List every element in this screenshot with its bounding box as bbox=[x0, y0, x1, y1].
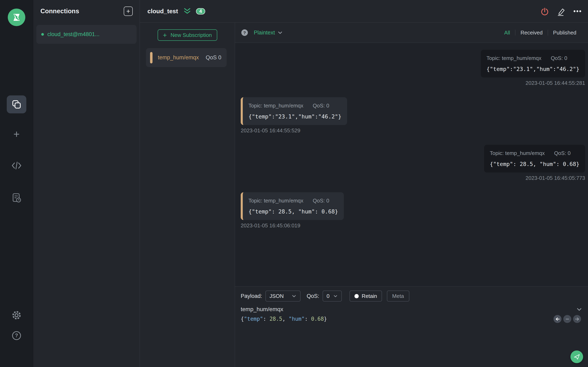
chevron-down-icon bbox=[333, 294, 338, 298]
message-payload: {"temp": 28.5, "hum": 0.68} bbox=[490, 161, 579, 167]
message-count-badge: 4 bbox=[196, 8, 205, 15]
qos-value: 0 bbox=[327, 293, 329, 299]
publish-toolbar: Payload: JSON QoS: 0 bbox=[241, 286, 582, 301]
message-format-dropdown[interactable]: Plaintext bbox=[254, 30, 283, 36]
more-ellipsis-icon bbox=[573, 6, 582, 16]
more-options-button[interactable] bbox=[573, 6, 582, 16]
collapse-panel-button[interactable] bbox=[183, 8, 191, 15]
message-topic: Topic: temp_hum/emqx bbox=[490, 150, 545, 156]
history-prev-button[interactable] bbox=[553, 315, 562, 323]
retain-toggle[interactable]: Retain bbox=[350, 291, 382, 301]
send-button[interactable] bbox=[571, 350, 583, 363]
subscription-qos: QoS 0 bbox=[206, 54, 221, 61]
message-topic: Topic: temp_hum/emqx bbox=[249, 103, 303, 109]
payload-editor[interactable]: {"temp": 28.5, "hum": 0.68} bbox=[241, 316, 582, 322]
subscription-color-bar bbox=[150, 52, 153, 63]
filter-all[interactable]: All bbox=[499, 30, 515, 36]
disconnect-button[interactable] bbox=[540, 6, 550, 16]
new-subscription-button[interactable]: + New Subscription bbox=[158, 29, 217, 41]
payload-format-help-button[interactable]: ? bbox=[241, 29, 249, 36]
connection-item[interactable]: cloud_test@m4801... bbox=[36, 25, 137, 44]
plus-icon: + bbox=[126, 8, 130, 15]
subscription-item[interactable]: temp_hum/emqx QoS 0 bbox=[146, 48, 227, 67]
scripts-button[interactable] bbox=[7, 157, 26, 175]
message-qos: QoS: 0 bbox=[313, 103, 329, 109]
message-payload: {"temp":"23.1","hum":"46.2"} bbox=[486, 66, 579, 72]
message-format-value: Plaintext bbox=[254, 30, 275, 36]
help-button[interactable]: ? bbox=[7, 327, 26, 345]
add-connection-button[interactable]: + bbox=[124, 7, 133, 16]
filter-published[interactable]: Published bbox=[548, 30, 581, 36]
payload-token: : bbox=[305, 316, 311, 322]
message-timestamp: 2023-01-05 16:44:55:529 bbox=[241, 127, 300, 134]
payload-token: , bbox=[282, 316, 289, 322]
message-bubble[interactable]: Topic: temp_hum/emqx QoS: 0 {"temp":"23.… bbox=[481, 50, 585, 77]
connections-title: Connections bbox=[40, 8, 79, 15]
message-published: Topic: temp_hum/emqx QoS: 0 {"temp":"23.… bbox=[241, 50, 585, 86]
payload-token: 28.5 bbox=[269, 316, 282, 322]
payload-token: } bbox=[324, 316, 327, 322]
nav-connections-button[interactable] bbox=[7, 95, 26, 113]
payload-type-select[interactable]: JSON bbox=[265, 291, 301, 301]
payload-token: : bbox=[263, 316, 269, 322]
send-plane-icon bbox=[573, 353, 581, 361]
message-timestamp: 2023-01-05 16:44:55:281 bbox=[526, 80, 585, 86]
payload-label: Payload: bbox=[241, 293, 262, 299]
message-topic: Topic: temp_hum/emqx bbox=[486, 55, 541, 61]
message-view: ? Plaintext All Received Published bbox=[235, 23, 588, 367]
edit-connection-button[interactable] bbox=[557, 6, 566, 16]
history-next-button[interactable] bbox=[573, 315, 581, 323]
connection-status-dot bbox=[41, 33, 44, 36]
payload-token: 0.68 bbox=[311, 316, 324, 322]
publish-panel: Payload: JSON QoS: 0 bbox=[235, 286, 588, 367]
question-icon: ? bbox=[241, 29, 249, 36]
message-payload: {"temp":"23.1","hum":"46.2"} bbox=[249, 113, 341, 120]
subscription-topic: temp_hum/emqx bbox=[158, 54, 199, 61]
settings-gear-icon bbox=[11, 310, 22, 320]
minus-icon bbox=[565, 317, 570, 322]
chevron-down-icon bbox=[576, 306, 582, 312]
svg-text:?: ? bbox=[15, 333, 18, 338]
script-icon bbox=[11, 161, 22, 170]
message-received: Topic: temp_hum/emqx QoS: 0 {"temp": 28.… bbox=[241, 192, 585, 229]
message-bubble[interactable]: Topic: temp_hum/emqx QoS: 0 {"temp":"23.… bbox=[241, 97, 347, 125]
new-connection-plus-icon: + bbox=[13, 129, 20, 140]
message-bubble[interactable]: Topic: temp_hum/emqx QoS: 0 {"temp": 28.… bbox=[484, 145, 585, 173]
connections-icon bbox=[11, 99, 22, 110]
message-toolbar: ? Plaintext All Received Published bbox=[235, 23, 588, 43]
message-list: Topic: temp_hum/emqx QoS: 0 {"temp":"23.… bbox=[235, 43, 588, 286]
qos-select[interactable]: 0 bbox=[323, 291, 342, 301]
log-button[interactable] bbox=[7, 189, 26, 207]
collapse-publish-button[interactable] bbox=[576, 306, 582, 312]
topic-row: temp_hum/emqx bbox=[241, 306, 582, 313]
message-timestamp: 2023-01-05 16:45:05:773 bbox=[526, 175, 585, 181]
chevron-down-icon bbox=[292, 294, 296, 299]
message-bubble[interactable]: Topic: temp_hum/emqx QoS: 0 {"temp": 28.… bbox=[241, 192, 344, 220]
message-qos: QoS: 0 bbox=[554, 150, 571, 156]
retain-dot-icon bbox=[355, 294, 359, 298]
payload-token: "hum" bbox=[289, 316, 305, 322]
double-chevron-down-icon bbox=[183, 8, 191, 15]
new-connection-button[interactable]: + bbox=[7, 125, 26, 143]
message-payload: {"temp": 28.5, "hum": 0.68} bbox=[249, 208, 338, 215]
mqttx-logo bbox=[8, 8, 25, 26]
payload-token: { bbox=[241, 316, 244, 322]
svg-text:?: ? bbox=[243, 30, 246, 35]
main-region: cloud_test 4 bbox=[140, 0, 588, 367]
chevron-down-icon bbox=[277, 30, 283, 35]
power-icon bbox=[540, 6, 550, 16]
message-timestamp: 2023-01-05 16:45:06:019 bbox=[241, 222, 300, 229]
arrow-right-icon bbox=[575, 317, 580, 322]
icon-rail: + ? bbox=[0, 0, 33, 367]
settings-button[interactable] bbox=[7, 306, 26, 324]
arrow-left-icon bbox=[555, 317, 560, 322]
history-clear-button[interactable] bbox=[563, 315, 571, 323]
message-published: Topic: temp_hum/emqx QoS: 0 {"temp": 28.… bbox=[241, 145, 585, 181]
message-topic: Topic: temp_hum/emqx bbox=[249, 198, 303, 204]
filter-received[interactable]: Received bbox=[515, 30, 548, 36]
message-filters: All Received Published bbox=[499, 30, 581, 36]
meta-button[interactable]: Meta bbox=[387, 291, 409, 301]
topic-input[interactable]: temp_hum/emqx bbox=[241, 306, 283, 313]
connection-name: cloud_test@m4801... bbox=[47, 31, 100, 38]
connection-header: cloud_test 4 bbox=[140, 0, 588, 23]
